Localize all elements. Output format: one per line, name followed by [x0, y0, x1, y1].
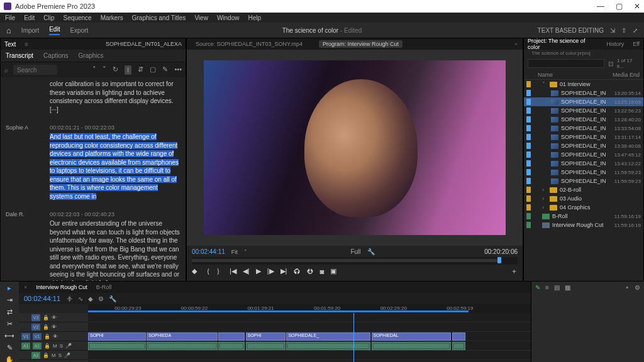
- panel-menu-icon[interactable]: ⚬: [625, 284, 630, 291]
- snap-icon[interactable]: ⸎: [67, 295, 73, 302]
- track-head-v1[interactable]: V1V1🔒👁: [19, 332, 88, 341]
- slip-tool-icon[interactable]: ⟷: [4, 332, 14, 340]
- resolution-full[interactable]: Full: [350, 248, 360, 255]
- step-back-icon[interactable]: ◀|: [243, 267, 250, 275]
- audio-clip[interactable]: [452, 342, 465, 350]
- pause-speakers-icon[interactable]: ⦀: [125, 65, 131, 75]
- program-timecode-left[interactable]: 00:02:44:11: [192, 248, 225, 255]
- bin-row[interactable]: SOPHIEDALE_INT02_S13:31:17:14: [524, 133, 643, 141]
- audio-clip[interactable]: [88, 342, 146, 350]
- bin-row[interactable]: ˅01 Interview: [524, 80, 643, 89]
- quick-export-icon[interactable]: ⇲: [610, 27, 615, 34]
- col-name[interactable]: Name: [538, 72, 613, 78]
- workspace-tab-edit[interactable]: Edit: [49, 26, 60, 35]
- disclosure-icon[interactable]: ›: [542, 187, 547, 193]
- extract-icon[interactable]: ⮋: [306, 268, 313, 275]
- subtab-transcript[interactable]: Transcript: [6, 52, 33, 59]
- col-media-end[interactable]: Media End: [613, 72, 640, 78]
- video-clip[interactable]: SOPHI: [88, 332, 146, 341]
- bin-row[interactable]: SOPHIEDALE_INT03_C13:47:45:12: [524, 150, 643, 159]
- play-icon[interactable]: ▶: [256, 267, 261, 275]
- settings-icon[interactable]: ⚙: [98, 295, 104, 302]
- subtab-captions[interactable]: Captions: [43, 52, 68, 59]
- menu-help[interactable]: Help: [248, 14, 261, 21]
- menu-graphics-and-titles[interactable]: Graphics and Titles: [132, 14, 186, 21]
- go-out-icon[interactable]: ▶|: [280, 267, 287, 275]
- transcript-block[interactable]: Dale R.00:02:22:03 - 00:02:40:23Our enti…: [6, 211, 180, 281]
- mark-out-icon[interactable]: ｝: [216, 266, 223, 276]
- track-select-icon[interactable]: ⇥: [7, 296, 13, 304]
- meters-icon[interactable]: ▤: [554, 284, 560, 291]
- transcript-block[interactable]: Sophie A00:02:01:21 - 00:02:22:03And las…: [6, 124, 180, 200]
- audio-clip[interactable]: [246, 342, 286, 350]
- merge-icon[interactable]: ⇵: [138, 65, 143, 75]
- disclosure-icon[interactable]: ›: [542, 204, 547, 211]
- program-tab[interactable]: Program: Interview Rough Cut: [319, 40, 402, 48]
- seq-tab-rough-cut[interactable]: Interview Rough Cut: [36, 284, 87, 290]
- bin-row[interactable]: SOPHIEDALE_INT02_C13:33:54:08: [524, 124, 643, 133]
- wrench-icon[interactable]: 🔧: [367, 248, 375, 255]
- timeline-tracks[interactable]: SOPHISOPHIEDASOPHISOPHIEDALE_SOPHIEDAL: [88, 313, 531, 362]
- gear-icon[interactable]: ⚙: [635, 284, 640, 291]
- bin-row[interactable]: SOPHIEDALE_INT01_S13:22:56:23: [524, 106, 643, 115]
- playhead-icon[interactable]: [497, 257, 501, 263]
- bin-row[interactable]: ›03 Audio: [524, 194, 643, 203]
- workspace-tab-export[interactable]: Export: [70, 27, 88, 34]
- share-icon[interactable]: ⇧: [621, 27, 626, 34]
- time-ruler[interactable]: 00:00:29:2300:00:59:2200:01:29:2100:01:5…: [88, 304, 531, 313]
- video-clip[interactable]: SOPHIEDALE_: [286, 332, 370, 341]
- lift-icon[interactable]: ⮉: [293, 268, 300, 275]
- refresh-icon[interactable]: ↻: [113, 65, 118, 75]
- bin-row[interactable]: SOPHIEDALE_INT01_IP11:59:59:23: [524, 168, 643, 177]
- subtab-graphics[interactable]: Graphics: [79, 52, 104, 59]
- mixer-icon[interactable]: ≡: [545, 284, 549, 291]
- menu-markers[interactable]: Markers: [101, 14, 123, 21]
- bin-row[interactable]: B-Roll11:59:16:19: [524, 212, 643, 221]
- bin-row[interactable]: ›02-B-roll: [524, 185, 643, 194]
- camera-icon[interactable]: ◙: [319, 268, 324, 275]
- wrench-tl-icon[interactable]: 🔧: [109, 295, 116, 302]
- compare-icon[interactable]: ▣: [330, 267, 336, 275]
- track-head-v3[interactable]: V3🔒👁: [19, 313, 88, 322]
- button-editor-icon[interactable]: ＋: [511, 266, 518, 276]
- bin-row[interactable]: SOPHIEDALE_INT02_A13:28:40:20: [524, 115, 643, 124]
- selection-tool-icon[interactable]: ▸: [8, 284, 11, 292]
- video-clip[interactable]: [218, 332, 245, 341]
- text-based-editing-label[interactable]: TEXT BASED EDITING: [538, 27, 604, 34]
- disclosure-icon[interactable]: ˅: [542, 81, 547, 87]
- video-clip[interactable]: SOPHIEDAL: [372, 332, 452, 341]
- seq-tab-broll[interactable]: B-Roll: [96, 284, 112, 290]
- bin-row[interactable]: SOPHIEDALE_INT03_IP11:59:59:23: [524, 177, 643, 185]
- hand-tool-icon[interactable]: ✋: [5, 356, 14, 362]
- zoom-fit[interactable]: Fit: [231, 249, 238, 255]
- project-search-input[interactable]: [528, 59, 604, 68]
- work-area-bar[interactable]: [88, 310, 469, 312]
- go-in-icon[interactable]: |◀: [230, 267, 236, 275]
- audio-clip[interactable]: [218, 342, 245, 350]
- transcript-text[interactable]: color calibration is so important to cor…: [50, 80, 174, 113]
- expand-icon[interactable]: ▦: [565, 284, 570, 291]
- pen-tool-icon[interactable]: ✎: [7, 344, 13, 352]
- edit-icon[interactable]: ✎: [162, 65, 168, 75]
- program-scrubber[interactable]: [192, 257, 518, 265]
- marker-icon[interactable]: ◆: [88, 295, 93, 302]
- menu-view[interactable]: View: [194, 14, 208, 21]
- nav-up-icon[interactable]: ˄: [92, 65, 96, 75]
- disclosure-icon[interactable]: ›: [542, 195, 547, 202]
- audio-pen-icon[interactable]: ✎: [535, 284, 540, 291]
- menu-edit[interactable]: Edit: [24, 14, 35, 21]
- bin-row[interactable]: ›04 Graphics: [524, 203, 643, 212]
- history-tab[interactable]: History: [606, 41, 624, 47]
- cc-icon[interactable]: ▢: [150, 65, 156, 75]
- transcript-block[interactable]: color calibration is so important to cor…: [6, 80, 180, 114]
- timeline-playhead[interactable]: [353, 313, 354, 362]
- effects-tab[interactable]: Eff: [633, 41, 640, 47]
- menu-file[interactable]: File: [5, 14, 15, 21]
- mark-in-icon[interactable]: ｛: [203, 266, 210, 276]
- track-head-a1[interactable]: A1A1🔒MS🎤: [19, 341, 88, 351]
- fullscreen-icon[interactable]: ⤢: [633, 27, 638, 34]
- transcript-text[interactable]: And last but not least, the challenge of…: [50, 133, 179, 200]
- bin-row[interactable]: SOPHIEDALE_INT01_C13:25:18:08: [524, 97, 643, 106]
- source-tab[interactable]: Source: SOPHIEDALE_INT03_SONY.mp4: [192, 40, 306, 48]
- linked-sel-icon[interactable]: ∿: [78, 295, 83, 302]
